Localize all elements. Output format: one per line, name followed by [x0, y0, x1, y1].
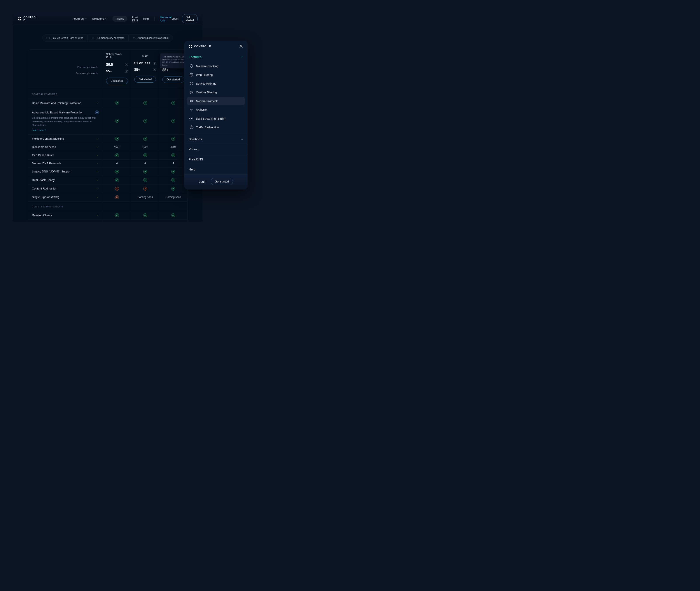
brand-logo[interactable]: CONTROL D — [18, 16, 38, 22]
feature-label[interactable]: Single Sign-on (SSO) — [28, 193, 103, 201]
check-icon — [171, 213, 175, 217]
feature-row: Dual Stack Ready — [28, 176, 187, 185]
mobile-feature-item[interactable]: Malware Blocking — [187, 62, 245, 70]
svg-point-22 — [190, 126, 193, 129]
get-started-business[interactable]: Get started — [162, 76, 184, 83]
brand-text: CONTROL D — [23, 16, 38, 22]
collapse-icon[interactable] — [95, 110, 99, 114]
feature-label[interactable]: Blockable Services — [28, 143, 103, 151]
feature-label[interactable]: Modern DNS Protocols — [28, 159, 103, 167]
feature-cell — [131, 99, 159, 107]
svg-point-14 — [190, 93, 191, 94]
nav-solutions[interactable]: Solutions — [92, 17, 107, 20]
mobile-feature-item[interactable]: Web Filtering — [187, 71, 245, 79]
feature-label[interactable]: Dual Stack Ready — [28, 176, 103, 184]
feature-label[interactable]: Advanced ML Based Malware ProtectionBloc… — [28, 107, 103, 134]
mobile-feature-item[interactable]: Modern Protocols — [187, 97, 245, 105]
nav-freedns[interactable]: Free DNS — [132, 15, 138, 22]
feature-cell — [103, 185, 131, 193]
check-icon — [115, 119, 119, 123]
close-icon[interactable] — [239, 44, 243, 49]
feature-row: Basic Malware and Phishing Protection — [28, 99, 187, 107]
shield-icon — [189, 64, 193, 68]
get-started-button[interactable]: Get started — [182, 14, 197, 23]
feature-cell — [159, 220, 187, 222]
feature-row: Legacy DNS (UDP 53) Support — [28, 168, 187, 176]
cell-value: 400+ — [114, 145, 120, 148]
chevron-up-icon — [85, 17, 87, 20]
feature-cell: 400+ — [159, 143, 187, 151]
info-icon[interactable]: i — [125, 70, 128, 73]
check-icon — [143, 101, 147, 105]
chevron-down-icon — [96, 154, 99, 156]
info-icon[interactable]: i — [153, 62, 156, 65]
feature-cell — [103, 107, 131, 134]
pricing-table: Per user per month Per router per month … — [28, 49, 187, 222]
mobile-feature-item[interactable]: Traffic Redirection — [187, 123, 245, 131]
get-started-msp[interactable]: Get started — [134, 76, 156, 83]
nav-personal-use[interactable]: Personal Use — [160, 15, 172, 22]
info-icon[interactable]: i — [153, 68, 156, 71]
mobile-solutions-toggle[interactable]: Solutions — [184, 134, 248, 144]
nav-help[interactable]: Help — [143, 17, 149, 20]
feature-label[interactable]: Basic Malware and Phishing Protection — [28, 99, 103, 107]
check-icon — [115, 137, 119, 141]
info-chips: Pay via Credit Card or Wire No mandatory… — [13, 35, 202, 42]
feature-cell — [131, 135, 159, 143]
sliders-icon — [189, 90, 193, 94]
feature-cell — [159, 185, 187, 193]
main-window: CONTROL D Features Solutions Pricing Fre… — [13, 13, 202, 222]
chip-payment: Pay via Credit Card or Wire — [43, 35, 88, 42]
feature-cell: Coming soon — [131, 193, 159, 201]
check-icon — [143, 213, 147, 217]
feature-cell — [159, 168, 187, 176]
feature-label[interactable]: Flexible Content Blocking — [28, 135, 103, 143]
nav-features[interactable]: Features — [72, 17, 87, 20]
mobile-feature-item[interactable]: Analytics — [187, 106, 245, 114]
get-started-school[interactable]: Get started — [106, 78, 128, 84]
chevron-down-icon — [96, 162, 99, 165]
learn-more-link[interactable]: Learn more — [32, 129, 47, 131]
login-link[interactable]: Login — [172, 17, 178, 20]
mobile-link-freedns[interactable]: Free DNS — [184, 154, 248, 165]
feature-row: Flexible Content Blocking — [28, 135, 187, 143]
feature-label[interactable]: Geo Based Rules — [28, 151, 103, 159]
network-icon — [189, 99, 193, 103]
feature-cell — [131, 211, 159, 219]
mobile-link-help[interactable]: Help — [184, 165, 248, 175]
svg-point-10 — [190, 91, 191, 92]
feature-row: Desktop Clients — [28, 211, 187, 220]
check-icon — [143, 170, 147, 174]
feature-row: Modern DNS Protocols444 — [28, 159, 187, 168]
mobile-brand-logo[interactable]: CONTROL D — [188, 44, 211, 48]
per-router-label: Per router per month — [76, 72, 98, 74]
cell-value: 400+ — [142, 145, 148, 148]
nav-items: Features Solutions Pricing Free DNS Help… — [72, 15, 172, 22]
feature-cell: 400+ — [103, 143, 131, 151]
mobile-feature-item[interactable]: Service Filtering — [187, 79, 245, 88]
check-icon — [171, 170, 175, 174]
check-icon — [171, 101, 175, 105]
info-icon[interactable]: i — [125, 63, 128, 66]
mobile-feature-item[interactable]: Custom Filtering — [187, 88, 245, 96]
credit-card-icon — [47, 37, 50, 40]
check-icon — [115, 178, 119, 182]
feature-label[interactable]: Content Redirection — [28, 185, 103, 193]
chevron-down-icon — [96, 214, 99, 216]
mobile-get-started[interactable]: Get started — [211, 178, 233, 185]
feature-label[interactable]: Desktop Clients — [28, 211, 103, 219]
feature-label[interactable]: Legacy DNS (UDP 53) Support — [28, 168, 103, 176]
feature-description: Block malicious domains that don't appea… — [32, 116, 99, 127]
svg-point-9 — [191, 83, 192, 84]
mobile-features-toggle[interactable]: Features — [184, 52, 248, 62]
nav-pricing[interactable]: Pricing — [112, 16, 127, 22]
feature-label[interactable]: Mobile Clients — [28, 220, 103, 222]
mobile-menu-panel: CONTROL D Features Malware BlockingWeb F… — [184, 41, 248, 190]
mobile-login[interactable]: Login — [199, 180, 206, 183]
mobile-features-list: Malware BlockingWeb FilteringService Fil… — [184, 62, 248, 134]
feature-cell: 400+ — [131, 143, 159, 151]
check-icon — [143, 119, 147, 123]
mobile-feature-item[interactable]: Data Streaming (SIEM) — [187, 114, 245, 123]
mobile-link-pricing[interactable]: Pricing — [184, 144, 248, 154]
chevron-down-icon — [96, 187, 99, 190]
